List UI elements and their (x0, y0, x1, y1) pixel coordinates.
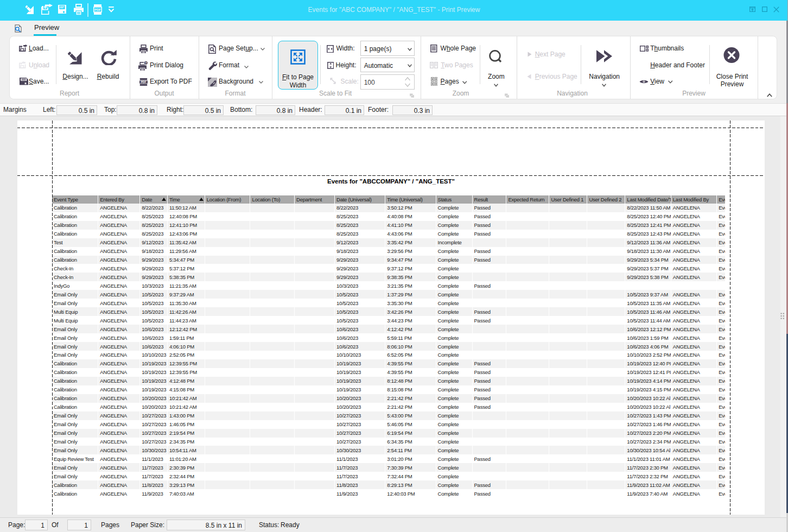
svg-text:PDF: PDF (141, 80, 147, 84)
svg-text:PDF: PDF (94, 8, 101, 11)
